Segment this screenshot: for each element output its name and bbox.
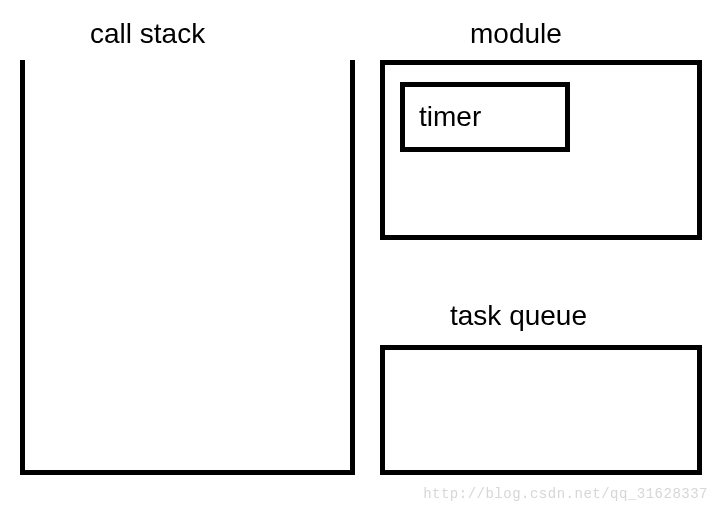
timer-box: timer <box>400 82 570 152</box>
call-stack-label: call stack <box>90 18 205 50</box>
call-stack-box <box>20 60 355 475</box>
module-label: module <box>470 18 562 50</box>
task-queue-label: task queue <box>450 300 587 332</box>
timer-label: timer <box>419 101 481 133</box>
watermark-text: http://blog.csdn.net/qq_31628337 <box>423 486 708 502</box>
task-queue-box <box>380 345 702 475</box>
